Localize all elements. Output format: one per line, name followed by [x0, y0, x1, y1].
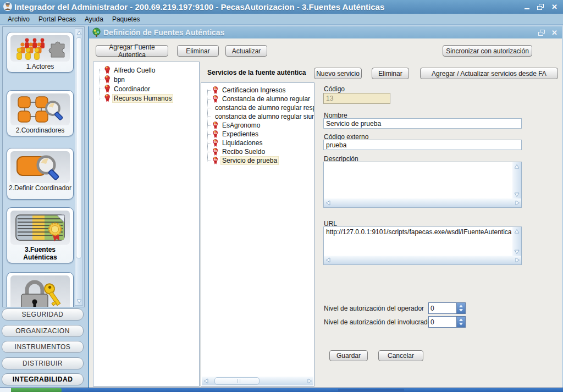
- minimize-icon[interactable]: [525, 8, 529, 9]
- scrollbar-left-icon[interactable]: [324, 256, 332, 264]
- svg-text:ws: ws: [213, 158, 218, 161]
- dialog-definicion-fuentes: Definición de Fuentes Auténticas ✕ Agreg…: [88, 26, 562, 388]
- ribbon-icon: [104, 85, 111, 93]
- dialog-title: Definición de Fuentes Auténticas: [103, 28, 224, 37]
- nivel-involucrado-field[interactable]: [429, 317, 456, 327]
- sidebar-category-button[interactable]: INTEGRABILIDAD: [2, 373, 84, 385]
- service-tree-item[interactable]: ws Expedientes: [201, 130, 314, 139]
- sidebar-category-button[interactable]: INSTRUMENTOS: [2, 341, 84, 353]
- scrollbar-left-icon[interactable]: [324, 199, 332, 207]
- ribbon-icon: [104, 94, 111, 103]
- sidebar-category-button[interactable]: SEGURIDAD: [2, 308, 84, 321]
- taskbar-window-button[interactable]: [338, 389, 404, 392]
- nombre-field[interactable]: [323, 118, 522, 129]
- scrollbar-down-icon[interactable]: [512, 247, 521, 256]
- dialog-close-icon[interactable]: ✕: [551, 26, 558, 40]
- service-tree-item[interactable]: ws EsAgronomo: [201, 121, 314, 130]
- scrollbar-thumb[interactable]: [76, 37, 82, 258]
- sidebar-item-seguridad-lock[interactable]: [7, 272, 74, 307]
- codigo-externo-field[interactable]: [323, 140, 522, 150]
- source-tree-item[interactable]: Recursos Humanos: [93, 93, 199, 103]
- agregar-actualizar-servicios-button[interactable]: Agregar / Actualizar servicios desde FA: [420, 68, 558, 79]
- source-tree-item[interactable]: Alfredo Cuello: [93, 65, 199, 75]
- scrollbar-up-icon[interactable]: [75, 29, 82, 37]
- taskbar-edge: [0, 388, 11, 392]
- taskbar[interactable]: [0, 388, 563, 392]
- app-icon: [3, 2, 13, 12]
- restore-icon[interactable]: [537, 4, 544, 10]
- svg-text:ws: ws: [213, 149, 218, 152]
- ws-ribbon-icon: ws: [212, 95, 219, 103]
- dialog-restore-icon[interactable]: [538, 30, 545, 36]
- services-header: Servicios de la fuente auténtica: [207, 69, 306, 76]
- ws-ribbon-icon: ws: [212, 122, 219, 130]
- nuevo-servicio-button[interactable]: Nuevo servicio: [314, 68, 362, 79]
- service-tree-item[interactable]: ws constancia de alumno regular resp: [201, 103, 314, 112]
- scrollbar-up-icon[interactable]: [512, 162, 521, 170]
- spinner-buttons[interactable]: [456, 303, 465, 313]
- sidebar-category-button[interactable]: DISTRIBUIR: [2, 357, 84, 369]
- spinner-up-icon[interactable]: [459, 318, 463, 321]
- sidebar-item-actores[interactable]: 1.Actores: [7, 32, 74, 73]
- spinner-up-icon[interactable]: [459, 305, 463, 307]
- url-field[interactable]: http://127.0.0.1:9101/scripts/fapecas.ex…: [323, 227, 522, 265]
- menu-item[interactable]: Portal Pecas: [34, 15, 80, 23]
- services-horizontal-scrollbar[interactable]: [202, 377, 313, 385]
- source-tree-item[interactable]: bpn: [93, 75, 199, 84]
- service-tree-item[interactable]: ws constancia de alumno regular siun: [201, 112, 314, 121]
- nivel-involucrado-spinner[interactable]: [428, 316, 466, 328]
- eliminar-servicio-button[interactable]: Eliminar: [372, 68, 409, 79]
- descripcion-hscrollbar[interactable]: [324, 198, 521, 207]
- menu-item[interactable]: Archivo: [3, 15, 34, 23]
- descripcion-vscrollbar[interactable]: [512, 162, 521, 198]
- nivel-operador-spinner[interactable]: [428, 302, 466, 314]
- sidebar-module-panel: 1.Actores 2.Coordinadores: [2, 26, 85, 307]
- scrollbar-up-icon[interactable]: [512, 227, 521, 235]
- menu-item[interactable]: Ayuda: [80, 15, 108, 23]
- svg-text:ws: ws: [213, 131, 218, 134]
- scrollbar-down-icon[interactable]: [512, 190, 521, 198]
- source-tree-item[interactable]: Coordinador: [93, 84, 199, 93]
- scrollbar-thumb[interactable]: [214, 377, 260, 385]
- application-window: Integrador del Administrador - 200.69.21…: [0, 0, 563, 392]
- scrollbar-down-icon[interactable]: [75, 297, 82, 305]
- sincronizar-button[interactable]: Sincronizar con autorización: [443, 45, 532, 57]
- sidebar-item-label: 2.Coordinadores: [7, 126, 73, 136]
- svg-text:ws: ws: [213, 140, 218, 143]
- close-icon[interactable]: ✕: [551, 0, 558, 14]
- descripcion-field[interactable]: [323, 162, 522, 208]
- sidebar-item-definir-coordinador[interactable]: 2.Definir Coordinador: [7, 148, 74, 200]
- menu-item[interactable]: Paquetes: [108, 15, 145, 23]
- service-tree-item[interactable]: ws Certificacion Ingresos: [201, 86, 314, 95]
- ribbon-icon: [104, 75, 111, 84]
- sidebar-item-fuentes-autenticas[interactable]: 3.Fuentes Auténticas: [7, 207, 74, 263]
- service-tree-item[interactable]: ws Recibo Sueldo: [201, 147, 314, 156]
- spinner-down-icon[interactable]: [459, 323, 463, 325]
- spinner-down-icon[interactable]: [459, 309, 463, 312]
- nivel-involucrado-label: Nivel de autorización del involucrado: [324, 318, 431, 326]
- scrollbar-right-icon[interactable]: [513, 256, 521, 264]
- sidebar-scrollbar[interactable]: [75, 28, 83, 306]
- start-button[interactable]: [11, 388, 62, 392]
- scrollbar-left-icon[interactable]: [202, 377, 210, 385]
- scrollbar-right-icon[interactable]: [513, 199, 521, 207]
- codigo-field[interactable]: [323, 93, 390, 104]
- ws-ribbon-icon: ws: [212, 157, 219, 165]
- nivel-operador-field[interactable]: [429, 303, 456, 313]
- agregar-fuente-button[interactable]: Agregar Fuente Autentica: [96, 45, 168, 57]
- url-hscrollbar[interactable]: [324, 256, 521, 264]
- sidebar-item-coordinadores[interactable]: 2.Coordinadores: [7, 90, 74, 136]
- sidebar-category-button[interactable]: ORGANIZACION: [2, 325, 84, 337]
- window-title: Integrador del Administrador - 200.69.21…: [14, 2, 384, 12]
- service-tree-item[interactable]: ws Constancia de alumno regular: [201, 95, 314, 103]
- scrollbar-right-icon[interactable]: [305, 377, 313, 385]
- spinner-buttons[interactable]: [456, 317, 465, 327]
- guardar-button[interactable]: Guardar: [329, 350, 368, 361]
- service-tree-item[interactable]: ws Servicio de prueba: [201, 156, 314, 165]
- url-vscrollbar[interactable]: [512, 227, 521, 256]
- actualizar-button[interactable]: Actualizar: [225, 45, 267, 57]
- services-tree-panel: ws Certificacion Ingresos ws Constancia …: [201, 82, 314, 387]
- service-tree-item[interactable]: ws Liquidaciones: [201, 139, 314, 147]
- cancelar-button[interactable]: Cancelar: [378, 350, 423, 361]
- eliminar-fuente-button[interactable]: Eliminar: [177, 45, 219, 57]
